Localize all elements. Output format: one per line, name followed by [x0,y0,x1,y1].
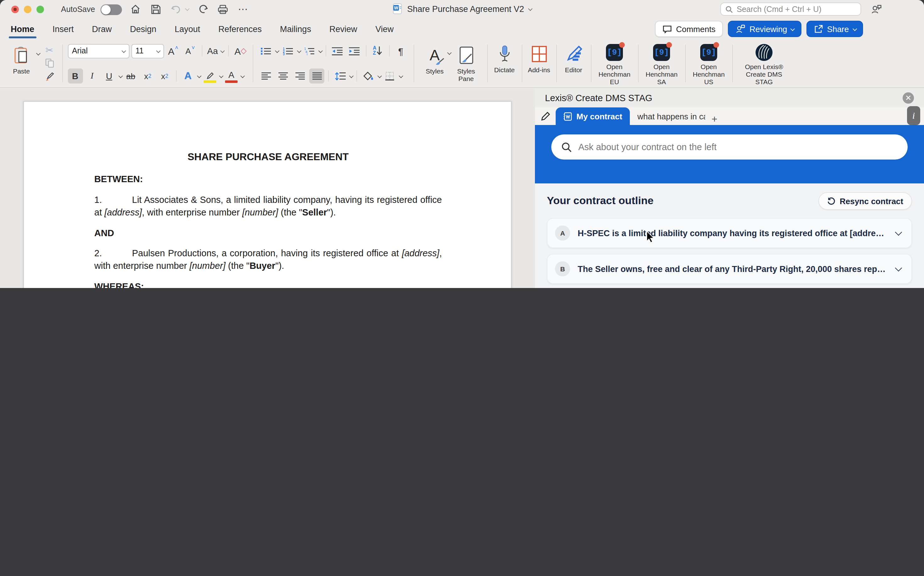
bullet-list-button[interactable] [258,43,273,58]
close-window-button[interactable] [11,6,19,13]
tab-insert[interactable]: Insert [52,24,74,34]
format-painter-icon[interactable] [42,70,57,83]
bold-button[interactable]: B [67,69,83,83]
font-color-button[interactable]: A [224,69,239,83]
tab-review[interactable]: Review [329,24,358,34]
dictate-button[interactable]: Dictate [489,42,520,85]
share-presence-icon[interactable] [870,3,882,14]
tab-draw[interactable]: Draw [91,24,112,34]
redo-icon[interactable] [196,3,209,16]
copy-icon[interactable] [42,57,57,70]
numbered-list-button[interactable]: 123 [280,43,295,58]
outline-item[interactable]: BThe Seller owns, free and clear of any … [547,254,912,284]
change-case-button[interactable]: Aa [206,43,225,58]
text-effects-button[interactable]: A [180,69,196,83]
shading-button[interactable] [361,69,375,83]
share-button[interactable]: Share [807,21,863,37]
share-chevron-icon [853,26,857,30]
tab-references[interactable]: References [218,24,262,34]
line-spacing-button[interactable] [332,69,348,83]
editor-button[interactable]: Editor [558,42,589,85]
open-henchman-sa-button[interactable]: [9] Open Henchman SA [640,42,683,85]
show-paragraph-marks-button[interactable]: ¶ [393,43,408,58]
highlight-button[interactable] [202,69,217,83]
zoom-window-button[interactable] [37,6,44,13]
highlight-chevron-icon[interactable] [219,74,223,78]
document-content: SHARE PURCHASE AGREEMENTBETWEEN:1.Lit As… [94,151,442,288]
info-button[interactable]: i [907,106,920,125]
panel-title: Lexis® Create DMS STAG [545,93,653,103]
clear-formatting-button[interactable]: A [233,43,248,58]
bullet-list-chevron-icon[interactable] [275,48,279,53]
tab-view[interactable]: View [375,24,394,34]
numbered-list-chevron-icon[interactable] [297,48,301,53]
search-input[interactable]: Search (Cmd + Ctrl + U) [720,3,861,16]
resync-contract-button[interactable]: Resync contract [818,192,912,210]
print-icon[interactable] [216,3,229,16]
styles-pane-button[interactable]: Styles Pane [450,43,482,83]
undo-menu-chevron-icon[interactable] [184,3,189,16]
doc-paragraph: WHEREAS: [94,280,442,288]
document-page[interactable]: SHARE PURCHASE AGREEMENTBETWEEN:1.Lit As… [23,101,512,288]
styles-button[interactable]: A Styles [419,43,450,83]
comments-button[interactable]: Comments [655,21,723,37]
home-icon[interactable] [129,3,142,16]
increase-indent-button[interactable] [346,43,362,58]
tab-my-contract[interactable]: My contract [556,107,630,125]
edit-pencil-icon[interactable] [535,107,556,125]
borders-button[interactable] [382,69,397,83]
shrink-font-button[interactable]: A˅ [183,43,198,58]
paste-button[interactable]: Paste [9,43,34,83]
borders-chevron-icon[interactable] [399,74,403,78]
font-name-select[interactable]: Arial [67,44,129,58]
font-color-chevron-icon[interactable] [241,74,245,78]
page-title: Share Purchase Agreement V2 [407,4,524,13]
sort-button[interactable]: AZ [370,43,385,58]
subscript-button[interactable]: x2 [140,69,155,83]
document-title-group[interactable]: W Share Purchase Agreement V2 [393,3,531,14]
chevron-down-icon[interactable] [895,264,902,272]
strikethrough-button[interactable]: ab [123,69,138,83]
open-henchman-eu-button[interactable]: [9] Open Henchman EU [592,42,637,85]
tab-layout[interactable]: Layout [174,24,201,34]
panel-tab-bar: My contract what happens in cas + [535,107,924,125]
open-henchman-us-button[interactable]: [9] Open Henchman US [687,42,731,85]
line-spacing-chevron-icon[interactable] [350,74,354,78]
dictate-mic-icon [499,45,510,63]
align-left-button[interactable] [258,69,273,83]
tab-design[interactable]: Design [130,24,157,34]
save-icon[interactable] [149,3,162,16]
grow-font-button[interactable]: A˄ [166,43,181,58]
paste-chevron-icon[interactable] [37,51,40,55]
align-right-button[interactable] [292,69,307,83]
open-lexis-create-button[interactable]: Open Lexis® Create DMS STAG [734,42,794,85]
multilevel-list-button[interactable]: 1ai [302,43,317,58]
cut-icon[interactable]: ✂ [42,43,57,57]
justify-button[interactable] [309,69,324,83]
underline-button[interactable]: U [101,69,117,83]
addins-button[interactable]: Add-ins [523,42,555,85]
undo-icon[interactable] [169,3,182,16]
autosave-toggle[interactable] [101,5,122,15]
tab-home[interactable]: Home [10,24,35,34]
shading-chevron-icon[interactable] [377,74,382,78]
underline-chevron-icon[interactable] [119,74,123,78]
decrease-indent-button[interactable] [330,43,345,58]
tab-mailings[interactable]: Mailings [279,24,312,34]
superscript-button[interactable]: x2 [157,69,172,83]
minimize-window-button[interactable] [24,6,31,13]
outline-item[interactable]: AH-SPEC is a limited liability company h… [547,218,912,248]
font-size-select[interactable]: 11 [131,44,164,58]
ask-input[interactable]: Ask about your contract on the left [551,134,908,160]
add-tab-button[interactable]: + [705,114,724,125]
reviewing-button[interactable]: Reviewing [728,21,801,37]
text-effects-chevron-icon[interactable] [197,74,201,78]
tab-what-happens[interactable]: what happens in cas [630,107,705,125]
chevron-down-icon[interactable] [895,229,902,236]
align-center-button[interactable] [275,69,290,83]
italic-button[interactable]: I [85,69,99,83]
more-toolbar-icon[interactable]: ⋯ [236,3,250,16]
panel-close-icon[interactable]: ✕ [903,92,914,104]
resync-icon [827,197,835,205]
multilevel-list-chevron-icon[interactable] [319,48,323,53]
